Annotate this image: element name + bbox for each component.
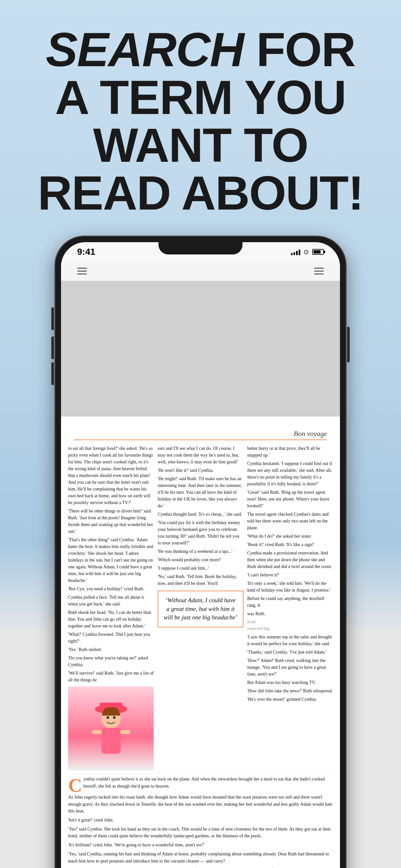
headline-title: SEARCH FOR A TERM YOU WANT TO READ ABOUT… [19,26,382,217]
hamburger-line-2 [77,271,87,272]
drop-cap-letter: C [68,777,82,794]
signal-bar-3 [296,251,298,255]
svg-point-3 [106,716,109,719]
col2-text-9: 'No,' said Ruth. 'Tell him. Book the hol… [158,573,243,587]
col1-text-4: 'But Cyn, you need a holiday!' cried Rut… [68,585,154,592]
headline-for: FOR [244,23,356,76]
col3-text-1: better hurry or at that price, they'll a… [247,445,333,459]
col3-subtext-ruth: was Ruth. [247,610,333,617]
col3-text-11: 'I saw this summer top in the sales and … [247,633,333,647]
col3-subtext-expected: expected big [247,625,333,631]
col1-text-2: 'There will be other things to divert hi… [68,507,154,535]
status-bar: 9:41 ⊙ [61,242,340,261]
col2-text-7: 'Which would probably cost more!' [158,556,243,563]
hamburger-line-5 [314,271,324,272]
col3-text-8: 'I can't believe it!' [247,571,333,578]
svg-rect-5 [101,728,121,754]
article-column-1: to eat all that foreign food?' she asked… [68,445,154,771]
headline-line4: READ ABOUT! [38,166,363,220]
drop-cap-text-2: As John eagerly tucked into his roast la… [68,794,333,815]
col3-text-6: 'Book it!' cried Ruth. 'It's like a sign… [247,541,333,548]
hamburger-line-6 [314,274,324,275]
col1-text-8: 'Yes.' Ruth smiled. [68,646,154,653]
drop-cap-text-7: 'Ah,' she said, smiling down at her youn… [68,866,333,868]
col3-text-15: 'How did John take the news?' Ruth whisp… [247,687,333,694]
drop-cap-text-5: 'It's brilliant!' cried John. 'We're goi… [68,841,333,848]
article-divider [74,439,327,440]
col3-text-3: 'Great!' said Ruth. 'Ring up the travel … [247,489,333,509]
col3-text-5: 'What do I do?' she asked her sister. [247,533,333,539]
headline-search: SEARCH [46,23,244,76]
col3-subtext-ruth2: Ruth [247,619,333,625]
col3-text-9: 'It's only a week,' she told him. 'We'll… [247,580,333,593]
signal-bar-1 [291,253,292,255]
pull-quote-text: ‘Without Adam, I could have a great time… [164,597,237,621]
hamburger-line-1 [77,268,87,269]
col2-text-6: 'He was thinking of a weekend at a spa..… [158,548,243,555]
pull-quote-box: ‘Without Adam, I could have a great time… [158,591,243,627]
headline-line3: WANT TO [93,119,308,172]
col3-text-7: Cynthia made a provisional reservation. … [247,550,333,570]
drop-cap-columns: Cynthia couldn't quite believe it as she… [68,776,333,868]
article-page: Bon voyage to eat all that foreign food?… [61,416,340,868]
status-icons: ⊙ [291,248,324,256]
menu-bar[interactable] [61,261,340,281]
drop-cap-text-3: 'Isn't it great!' cried John. [68,817,333,824]
svg-rect-6 [92,730,102,734]
battery-icon [312,249,324,255]
headline-line2: A TERM YOU [55,71,346,124]
col3-text-4: The travel agent checked Cynthia's dates… [247,511,333,531]
phone-inner-screen: 9:41 ⊙ [61,242,340,868]
col1-text: to eat all that foreign food?' she asked… [68,445,154,506]
wifi-icon: ⊙ [304,248,309,256]
col3-text-16: 'He's over the moon!' grinned Cynthia. [247,696,333,703]
col3-text-2: Cynthia hesitated. 'I suppose I could fi… [247,460,333,487]
col1-text-6: Ruth shook her head. 'No, I can do bette… [68,609,154,629]
drop-cap-col: Cynthia couldn't quite believe it as she… [68,776,333,868]
article-section-title: Bon voyage [61,426,340,439]
hamburger-line-4 [314,268,324,269]
character-illustration [68,686,154,771]
hamburger-line-3 [77,274,87,275]
col3-text-12: 'Thanks,' said Cynthia. 'I've just told … [247,649,333,655]
svg-point-4 [113,716,116,719]
col2-text-4: Cynthia thought hard. 'It's so cheap...'… [158,511,243,518]
phone-outer-frame: 9:41 ⊙ [55,237,346,868]
col2-text-8: 'I suppose I could ask him...' [158,565,243,571]
article-column-2: eats and I'll see what I can do. Of cour… [158,445,243,771]
col3-text-10: Before he could say anything, the doorbe… [247,595,333,609]
headline-section: SEARCH FOR A TERM YOU WANT TO READ ABOUT… [0,0,401,230]
drop-cap-text-6: 'Yes,' said Cynthia, running his hair an… [68,850,333,864]
col3-text-13: 'How?' Adam!' Ruth cried, walking into t… [247,657,333,678]
drop-cap-text-4: 'Yes!' said Cynthia. She took his hand a… [68,826,333,840]
hamburger-right-icon[interactable] [314,268,324,275]
signal-icon [291,249,300,255]
drop-cap-text: Cynthia couldn't quite believe it as she… [68,776,333,789]
col2-text-1: eats and I'll see what I can do. Of cour… [158,445,243,465]
col2-text-2: 'He won't like it!' said Cynthia. [158,467,243,474]
phone-mockup: 9:41 ⊙ [0,237,401,868]
signal-bar-2 [294,252,295,255]
hamburger-left-icon[interactable] [77,268,87,275]
col1-text-9: 'Do you know what you're taking on?' ask… [68,655,154,668]
col1-text-3: 'That's the other thing!' said Cynthia. … [68,536,154,584]
content-placeholder [61,281,340,416]
col1-text-5: Cynthia pulled a face. 'Tell me all abou… [68,594,154,608]
character-svg [85,693,137,771]
article-drop-cap-section: Cynthia couldn't quite believe it as she… [61,774,340,868]
svg-rect-7 [120,730,130,734]
status-time: 9:41 [77,247,95,257]
signal-bar-4 [299,250,300,255]
col1-text-7: 'What?' Cynthia frowned. 'Did I just hea… [68,631,154,645]
col1-text-10: 'We'll survive!' said Ruth. 'Just give m… [68,670,154,683]
phone-notch [158,242,243,254]
article-column-3: better hurry or at that price, they'll a… [247,445,333,771]
battery-fill [313,250,320,253]
article-main-layout: to eat all that foreign food?' she asked… [61,445,340,774]
col3-text-14: But Adam was too busy watching TV. [247,679,333,686]
col2-text-3: 'He might!' said Ruth. 'I'll make sure h… [158,475,243,509]
col2-text-5: 'You could pay for it with the birthday … [158,519,243,547]
